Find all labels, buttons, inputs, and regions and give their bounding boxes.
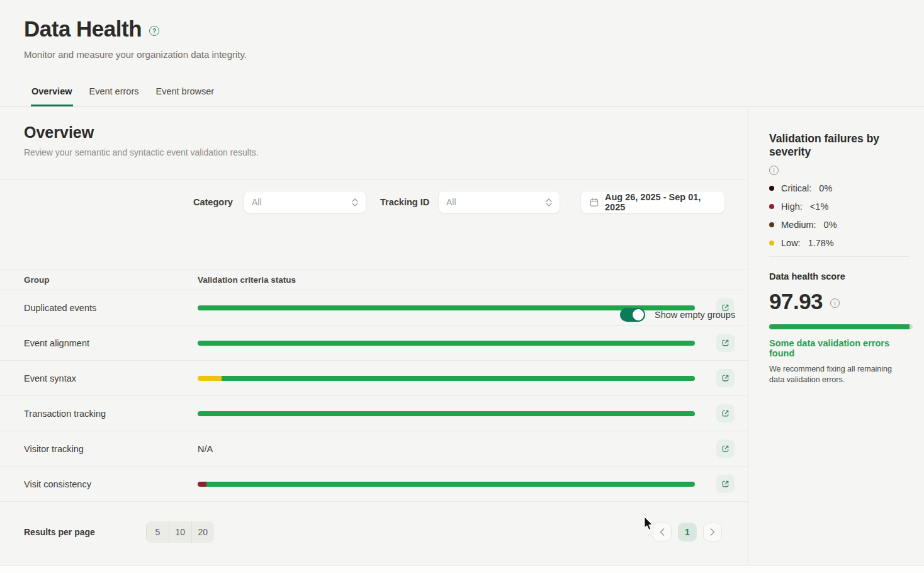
chevron-left-icon: [660, 528, 665, 536]
open-details-button[interactable]: [716, 404, 735, 423]
tracking-id-select-value: All: [446, 197, 546, 207]
table-row: Visit consistency: [0, 467, 748, 502]
score-label: Data health score: [769, 271, 909, 281]
severity-dot: [769, 186, 774, 191]
severity-item: Critical: 0%: [769, 183, 909, 193]
table-row: Transaction tracking: [0, 396, 748, 431]
previous-page-button[interactable]: [653, 523, 672, 542]
help-icon[interactable]: ?: [149, 26, 159, 36]
validation-status-bar: [198, 411, 695, 416]
validation-status-cell: [198, 341, 695, 346]
column-header-group: Group: [0, 275, 198, 285]
external-link-icon: [721, 409, 730, 418]
tracking-id-select[interactable]: All: [438, 191, 560, 213]
toggle-knob: [633, 309, 644, 321]
page-size-option[interactable]: 5: [146, 521, 169, 543]
score-bar: [769, 324, 913, 329]
category-select-value: All: [252, 197, 352, 207]
validation-status-bar: [198, 376, 695, 381]
validation-status-cell: [198, 411, 695, 416]
severity-dot: [769, 204, 774, 209]
tab-bar: Overview Event errors Event browser: [31, 86, 215, 106]
open-details-button[interactable]: [716, 334, 735, 352]
page-title: Data Health: [24, 16, 142, 42]
page-size-option[interactable]: 10: [169, 521, 191, 543]
main-panel: Overview Review your semantic and syntac…: [0, 107, 748, 565]
info-icon[interactable]: i: [769, 166, 779, 175]
chevron-updown-icon: [352, 198, 358, 207]
calendar-icon: [590, 198, 599, 207]
pagination: 1: [653, 523, 722, 542]
table-footer: Results per page 5 10 20 1: [0, 502, 748, 562]
chevron-updown-icon: [546, 198, 552, 207]
severity-title: Validation failures by severity: [769, 132, 909, 159]
bottom-strip: [0, 565, 924, 573]
tab[interactable]: Overview: [31, 86, 73, 106]
passed-segment: [198, 341, 695, 346]
show-empty-groups-label: Show empty groups: [655, 310, 735, 320]
tab[interactable]: Event errors: [89, 86, 140, 106]
severity-label: Low:: [781, 238, 801, 248]
severity-value: 0%: [824, 220, 837, 230]
page-header: Data Health ? Monitor and measure your o…: [0, 0, 924, 107]
severity-dot: [769, 241, 774, 246]
passed-segment: [198, 411, 695, 416]
group-name: Visitor tracking: [0, 444, 198, 454]
sidebar-divider: [769, 256, 909, 257]
severity-list: Critical: 0% High: <1% Medium: 0%: [769, 183, 909, 248]
group-name: Event syntax: [0, 373, 198, 383]
group-name: Transaction tracking: [0, 409, 198, 419]
table-row: Event syntax: [0, 361, 748, 396]
overview-description: Review your semantic and syntactic event…: [24, 147, 748, 157]
table-body: Duplicated events Event alignment: [0, 290, 748, 502]
validation-status-cell: [198, 482, 695, 487]
open-details-button[interactable]: [716, 475, 735, 493]
severity-label: High:: [781, 201, 803, 212]
table-row: Visitor tracking N/A: [0, 431, 748, 467]
validation-status-cell: [198, 376, 695, 381]
next-page-button[interactable]: [703, 523, 722, 542]
severity-dot: [769, 222, 774, 227]
severity-item: Low: 1.78%: [769, 238, 909, 248]
category-label: Category: [193, 197, 233, 207]
high-severity-segment: [198, 482, 206, 487]
score-status: Some data validation errors found: [769, 338, 909, 358]
open-details-button[interactable]: [716, 440, 735, 458]
category-select[interactable]: All: [244, 191, 366, 213]
external-link-icon: [721, 479, 730, 489]
date-range-picker[interactable]: Aug 26, 2025 - Sep 01, 2025: [580, 191, 725, 213]
severity-label: Medium:: [781, 220, 816, 230]
validation-status-cell: N/A: [198, 444, 695, 454]
current-page-button[interactable]: 1: [678, 523, 697, 542]
show-empty-groups-toggle[interactable]: [620, 308, 645, 322]
low-severity-segment: [198, 376, 222, 381]
page-subtitle: Monitor and measure your organization da…: [0, 42, 924, 60]
chevron-right-icon: [710, 528, 715, 536]
column-header-status: Validation criteria status: [198, 275, 695, 285]
tab[interactable]: Event browser: [155, 86, 215, 106]
page-size-group: 5 10 20: [146, 521, 214, 543]
page-size-option[interactable]: 20: [191, 521, 214, 543]
severity-value: 0%: [819, 183, 832, 193]
group-name: Event alignment: [0, 338, 198, 348]
overview-section: Overview Review your semantic and syntac…: [0, 107, 748, 179]
validation-status-bar: [198, 341, 695, 346]
validation-status-bar: [198, 482, 695, 487]
score-value: 97.93: [769, 289, 823, 314]
score-note: We recommend fixing all remaining data v…: [769, 364, 901, 385]
group-name: Visit consistency: [0, 479, 198, 489]
open-details-button[interactable]: [716, 369, 735, 387]
severity-value: 1.78%: [808, 238, 834, 248]
external-link-icon: [721, 338, 730, 348]
table-row: Event alignment: [0, 326, 748, 361]
external-link-icon: [721, 444, 730, 453]
filters-section: Category All Tracking ID All Aug 26, 202…: [0, 179, 748, 269]
passed-segment: [222, 376, 695, 381]
tracking-id-label: Tracking ID: [380, 197, 429, 207]
info-icon[interactable]: i: [830, 298, 840, 308]
overview-heading: Overview: [24, 123, 748, 142]
validation-sidebar: Validation failures by severity i Critic…: [748, 107, 924, 565]
table-header: Group Validation criteria status: [0, 269, 748, 290]
severity-item: Medium: 0%: [769, 220, 909, 230]
severity-item: High: <1%: [769, 201, 909, 212]
